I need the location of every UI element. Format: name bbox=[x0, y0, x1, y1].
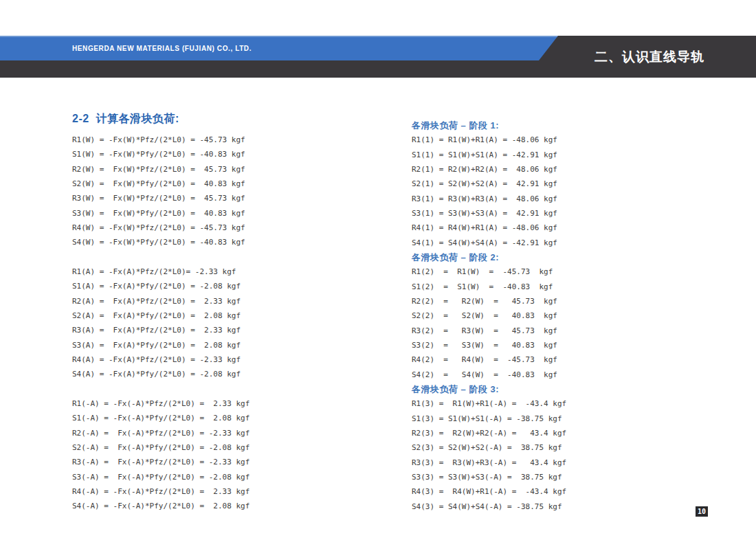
formula-line: R2(1) = R2(W)+R2(A) = 48.06 kgf bbox=[412, 162, 687, 177]
formula-line: R3(2) = R3(W) = 45.73 kgf bbox=[412, 324, 687, 338]
formula-line: S3(-A) = Fx(-A)*Pfy/(2*L0) = -2.08 kgf bbox=[72, 470, 340, 484]
formula-line: R4(-A) = -Fx(-A)*Pfz/(2*L0) = 2.33 kgf bbox=[72, 484, 340, 499]
formula-line: S1(2) = S1(W) = -40.83 kgf bbox=[412, 280, 687, 294]
company-name: HENGERDA NEW MATERIALS (FUJIAN) CO., LTD… bbox=[72, 36, 252, 60]
formula-line: S2(-A) = Fx(-A)*Pfy/(2*L0) = -2.08 kgf bbox=[72, 440, 340, 455]
formula-line: R1(3) = R1(W)+R1(-A) = -43.4 kgf bbox=[412, 396, 687, 411]
formula-line: S4(1) = S4(W)+S4(A) = -42.91 kgf bbox=[412, 236, 687, 250]
formula-line: S1(-A) = -Fx(-A)*Pfy/(2*L0) = 2.08 kgf bbox=[72, 411, 340, 425]
formula-line: R2(A) = Fx(A)*Pfz/(2*L0) = 2.33 kgf bbox=[72, 294, 340, 308]
formula-line: S2(2) = S2(W) = 40.83 kgf bbox=[412, 308, 687, 323]
formula-line: S4(W) = -Fx(W)*Pfy/(2*L0) = -40.83 kgf bbox=[72, 235, 340, 249]
formula-line: R3(1) = R3(W)+R3(A) = 48.06 kgf bbox=[412, 192, 687, 206]
formula-line: R3(W) = Fx(W)*Pfz/(2*L0) = 45.73 kgf bbox=[72, 191, 340, 205]
formula-line: R2(3) = R2(W)+R2(-A) = 43.4 kgf bbox=[412, 426, 687, 440]
formula-line: S4(A) = -Fx(A)*Pfy/(2*L0) = -2.08 kgf bbox=[72, 367, 340, 381]
stage-1-section: 各滑块负荷 – 阶段 1: R1(1) = R1(W)+R1(A) = -48.… bbox=[412, 118, 687, 250]
formula-line: S3(A) = Fx(A)*Pfy/(2*L0) = 2.08 kgf bbox=[72, 338, 340, 352]
formula-line: S1(1) = S1(W)+S1(A) = -42.91 kgf bbox=[412, 148, 687, 162]
stage-1-heading: 各滑块负荷 – 阶段 1: bbox=[412, 118, 687, 133]
formula-line: S1(W) = -Fx(W)*Pfy/(2*L0) = -40.83 kgf bbox=[72, 147, 340, 161]
section-title: 二、认识直线导轨 bbox=[591, 49, 708, 65]
formula-line: R3(A) = Fx(A)*Pfz/(2*L0) = 2.33 kgf bbox=[72, 323, 340, 337]
stage-3-heading: 各滑块负荷 – 阶段 3: bbox=[412, 382, 687, 396]
formula-line: R4(2) = R4(W) = -45.73 kgf bbox=[412, 352, 687, 367]
formula-line: S1(A) = -Fx(A)*Pfy/(2*L0) = -2.08 kgf bbox=[72, 279, 340, 293]
stage-2-section: 各滑块负荷 – 阶段 2: R1(2) = R1(W) = -45.73 kgf… bbox=[412, 250, 687, 382]
stage-2-heading: 各滑块负荷 – 阶段 2: bbox=[412, 250, 687, 265]
page-number-badge: 10 bbox=[696, 506, 708, 517]
formula-line: S2(W) = Fx(W)*Pfy/(2*L0) = 40.83 kgf bbox=[72, 177, 340, 191]
formula-line: R3(3) = R3(W)+R3(-A) = 43.4 kgf bbox=[412, 456, 687, 470]
formula-line: S2(1) = S2(W)+S2(A) = 42.91 kgf bbox=[412, 177, 687, 191]
formula-block-a: R1(A) = -Fx(A)*Pfz/(2*L0)= -2.33 kgfS1(A… bbox=[72, 265, 340, 382]
formula-line: R1(2) = R1(W) = -45.73 kgf bbox=[412, 265, 687, 279]
right-column: 各滑块负荷 – 阶段 1: R1(1) = R1(W)+R1(A) = -48.… bbox=[412, 118, 687, 514]
formula-line: R4(A) = -Fx(A)*Pfz/(2*L0) = -2.33 kgf bbox=[72, 352, 340, 367]
formula-line: S2(3) = S2(W)+S2(-A) = 38.75 kgf bbox=[412, 440, 687, 455]
formula-line: R1(W) = -Fx(W)*Pfz/(2*L0) = -45.73 kgf bbox=[72, 133, 340, 147]
formula-line: S3(2) = S3(W) = 40.83 kgf bbox=[412, 338, 687, 352]
formula-line: R4(1) = R4(W)+R1(A) = -48.06 kgf bbox=[412, 221, 687, 235]
formula-line: R1(-A) = -Fx(-A)*Pfz/(2*L0) = 2.33 kgf bbox=[72, 396, 340, 411]
formula-line: S3(1) = S3(W)+S3(A) = 42.91 kgf bbox=[412, 206, 687, 221]
left-column-title: 2-2 计算各滑块负荷: bbox=[72, 112, 179, 126]
stage-1-lines: R1(1) = R1(W)+R1(A) = -48.06 kgfS1(1) = … bbox=[412, 133, 687, 250]
stage-3-lines: R1(3) = R1(W)+R1(-A) = -43.4 kgfS1(3) = … bbox=[412, 396, 687, 514]
formula-line: S4(-A) = -Fx(-A)*Pfy/(2*L0) = 2.08 kgf bbox=[72, 499, 340, 513]
formula-line: S1(3) = S1(W)+S1(-A) = -38.75 kgf bbox=[412, 412, 687, 426]
formula-block-w: R1(W) = -Fx(W)*Pfz/(2*L0) = -45.73 kgfS1… bbox=[72, 133, 340, 250]
formula-line: S3(W) = Fx(W)*Pfy/(2*L0) = 40.83 kgf bbox=[72, 206, 340, 221]
formula-line: R2(-A) = Fx(-A)*Pfz/(2*L0) = -2.33 kgf bbox=[72, 426, 340, 440]
formula-line: S2(A) = Fx(A)*Pfy/(2*L0) = 2.08 kgf bbox=[72, 308, 340, 323]
formula-line: R1(A) = -Fx(A)*Pfz/(2*L0)= -2.33 kgf bbox=[72, 265, 340, 279]
formula-line: S3(3) = S3(W)+S3(-A) = 38.75 kgf bbox=[412, 470, 687, 484]
left-column: R1(W) = -Fx(W)*Pfz/(2*L0) = -45.73 kgfS1… bbox=[72, 133, 340, 514]
formula-block-neg-a: R1(-A) = -Fx(-A)*Pfz/(2*L0) = 2.33 kgfS1… bbox=[72, 396, 340, 514]
formula-line: S4(3) = S4(W)+S4(-A) = -38.75 kgf bbox=[412, 499, 687, 514]
formula-line: S4(2) = S4(W) = -40.83 kgf bbox=[412, 368, 687, 382]
formula-line: R4(W) = -Fx(W)*Pfz/(2*L0) = -45.73 kgf bbox=[72, 221, 340, 235]
formula-line: R2(W) = Fx(W)*Pfz/(2*L0) = 45.73 kgf bbox=[72, 162, 340, 177]
stage-2-lines: R1(2) = R1(W) = -45.73 kgfS1(2) = S1(W) … bbox=[412, 265, 687, 382]
formula-line: R1(1) = R1(W)+R1(A) = -48.06 kgf bbox=[412, 133, 687, 147]
formula-line: R4(3) = R4(W)+R1(-A) = -43.4 kgf bbox=[412, 484, 687, 499]
formula-line: R3(-A) = Fx(-A)*Pfz/(2*L0) = -2.33 kgf bbox=[72, 455, 340, 469]
stage-3-section: 各滑块负荷 – 阶段 3: R1(3) = R1(W)+R1(-A) = -43… bbox=[412, 382, 687, 514]
formula-line: R2(2) = R2(W) = 45.73 kgf bbox=[412, 294, 687, 308]
